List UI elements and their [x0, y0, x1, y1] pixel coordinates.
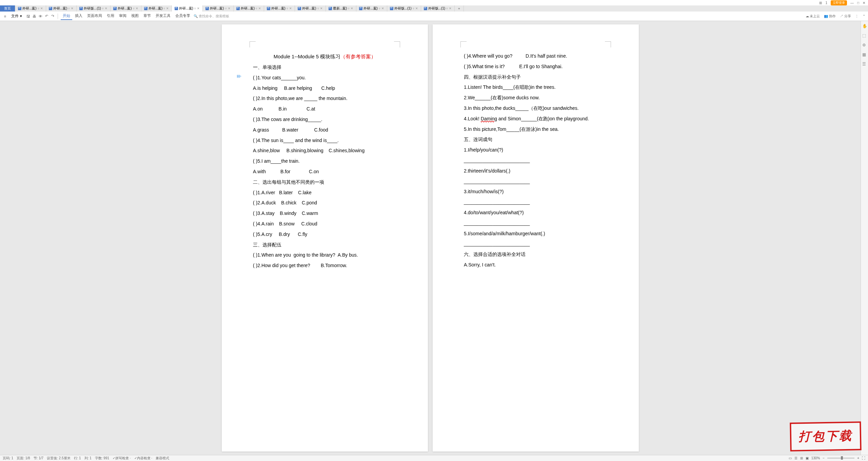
document-tab[interactable]: 外研...案)▿✕	[203, 5, 234, 12]
tab-label: 外研...案)	[53, 6, 67, 11]
tab-close-icon[interactable]: ✕	[197, 7, 200, 10]
tab-label: 外研...案)	[179, 6, 193, 11]
document-tab[interactable]: 外研版...(1)▿✕	[77, 5, 111, 12]
redo-icon[interactable]: ↷	[50, 14, 55, 19]
window-titlebar: ⊞ 1 立即登录 — □ ✕	[0, 0, 868, 5]
maximize-icon[interactable]: □	[857, 1, 859, 5]
tab-label: 外研...案)	[149, 6, 163, 11]
document-tab[interactable]: 外研...案)▿✕	[172, 5, 203, 12]
document-tab[interactable]: 外研版...(1)▿✕	[387, 5, 421, 12]
tab-label: 外研版...(1)	[428, 6, 446, 11]
menu-插入[interactable]: 插入	[73, 12, 84, 20]
collab-button[interactable]: 👥 协作	[824, 14, 836, 19]
tab-dropdown-icon[interactable]: ▿	[38, 7, 39, 10]
doc-icon	[175, 7, 178, 10]
tab-close-icon[interactable]: ✕	[258, 7, 261, 10]
close-window-icon[interactable]: ✕	[863, 1, 865, 5]
menu-审阅[interactable]: 审阅	[117, 12, 129, 20]
tab-label: 最新...案)	[333, 6, 347, 11]
preview-icon[interactable]: 👁	[38, 14, 43, 19]
tab-close-icon[interactable]: ✕	[289, 7, 292, 10]
file-menu[interactable]: 文件 ▾	[9, 13, 24, 20]
tab-close-icon[interactable]: ✕	[320, 7, 323, 10]
notification-num[interactable]: 1	[825, 1, 827, 5]
menu-页面布局[interactable]: 页面布局	[85, 12, 104, 20]
document-tabs: 首页 外研...案)▿✕外研...案)▿✕外研版...(1)▿✕外研...案)▿…	[0, 5, 868, 12]
tab-label: 外研...案)	[271, 6, 285, 11]
document-tab[interactable]: 外研...案)▿✕	[264, 5, 295, 12]
document-tab[interactable]: 外研...案)▿✕	[46, 5, 77, 12]
menu-会员专享[interactable]: 会员专享	[173, 12, 192, 20]
tab-close-icon[interactable]: ✕	[381, 7, 384, 10]
tab-label: 外研...案)	[22, 6, 37, 11]
tab-dropdown-icon[interactable]: ▿	[348, 7, 350, 10]
tab-label: 外研...案)	[210, 6, 224, 11]
minimize-icon[interactable]: —	[850, 1, 854, 5]
tab-label: 外研...案)	[302, 6, 316, 11]
cloud-status[interactable]: ☁ 未上云	[806, 14, 820, 19]
menu-章节[interactable]: 章节	[141, 12, 153, 20]
share-button[interactable]: ↗ 分享	[840, 14, 851, 19]
separator	[58, 14, 58, 19]
tab-dropdown-icon[interactable]: ▿	[413, 7, 414, 10]
print-icon[interactable]: 🖶	[32, 14, 37, 19]
tab-label: 外研...案)	[241, 6, 255, 11]
tab-close-icon[interactable]: ✕	[136, 7, 138, 10]
tab-label: 外研...案)	[118, 6, 132, 11]
tab-dropdown-icon[interactable]: ▿	[133, 7, 135, 10]
doc-icon	[267, 7, 270, 10]
doc-icon	[298, 7, 301, 10]
doc-icon	[144, 7, 147, 10]
menu-视图[interactable]: 视图	[129, 12, 141, 20]
menu-引用[interactable]: 引用	[105, 12, 116, 20]
document-tab[interactable]: 外研...案)▿✕	[295, 5, 326, 12]
document-tab[interactable]: 外研...案)▿✕	[141, 5, 172, 12]
tab-close-icon[interactable]: ✕	[228, 7, 231, 10]
tab-label: 外研版...(1)	[84, 6, 101, 11]
collapse-icon[interactable]: ⌃	[863, 14, 865, 18]
tab-dropdown-icon[interactable]: ▿	[446, 7, 448, 10]
tab-close-icon[interactable]: ✕	[166, 7, 169, 10]
tab-dropdown-icon[interactable]: ▿	[317, 7, 319, 10]
tab-dropdown-icon[interactable]: ▿	[68, 7, 70, 10]
tab-add[interactable]: +	[455, 5, 464, 12]
save-icon[interactable]: 🖫	[26, 14, 31, 19]
document-tab[interactable]: 最新...案)▿✕	[326, 5, 357, 12]
document-tab[interactable]: 外研...案)▿✕	[356, 5, 387, 12]
tab-dropdown-icon[interactable]: ▿	[287, 7, 288, 10]
tab-dropdown-icon[interactable]: ▿	[163, 7, 165, 10]
doc-icon	[359, 7, 362, 10]
tab-dropdown-icon[interactable]: ▿	[379, 7, 380, 10]
tab-dropdown-icon[interactable]: ▿	[102, 7, 104, 10]
menu-开始[interactable]: 开始	[61, 12, 72, 20]
tab-close-icon[interactable]: ✕	[105, 7, 107, 10]
tab-label: 外研...案)	[363, 6, 378, 11]
doc-icon	[424, 7, 427, 10]
tab-close-icon[interactable]: ✕	[351, 7, 353, 10]
doc-icon	[205, 7, 209, 10]
tab-close-icon[interactable]: ✕	[449, 7, 452, 10]
tab-close-icon[interactable]: ✕	[40, 7, 43, 10]
tab-dropdown-icon[interactable]: ▿	[194, 7, 196, 10]
doc-icon	[49, 7, 52, 10]
menu-icon[interactable]: ≡	[3, 14, 7, 19]
login-button[interactable]: 立即登录	[831, 0, 847, 5]
more-icon[interactable]: ⋮	[855, 14, 859, 18]
search-box[interactable]: 🔍 查找命令、搜索模板	[194, 14, 229, 19]
main-toolbar: ≡ 文件 ▾ 🖫 🖶 👁 ↶ ↷ 开始插入页面布局引用审阅视图章节开发工具会员专…	[0, 12, 868, 21]
document-tab[interactable]: 外研版...(1)▿✕	[421, 5, 455, 12]
doc-icon	[390, 7, 393, 10]
document-tab[interactable]: 外研...案)▿✕	[15, 5, 46, 12]
tab-dropdown-icon[interactable]: ▿	[256, 7, 257, 10]
doc-icon	[236, 7, 240, 10]
document-tab[interactable]: 外研...案)▿✕	[111, 5, 141, 12]
tab-dropdown-icon[interactable]: ▿	[225, 7, 227, 10]
document-tab[interactable]: 外研...案)▿✕	[234, 5, 264, 12]
tab-close-icon[interactable]: ✕	[415, 7, 418, 10]
menu-开发工具[interactable]: 开发工具	[154, 12, 173, 20]
tab-close-icon[interactable]: ✕	[71, 7, 74, 10]
doc-icon	[329, 7, 332, 10]
grid-icon[interactable]: ⊞	[819, 1, 822, 5]
undo-icon[interactable]: ↶	[44, 14, 49, 19]
tab-home[interactable]: 首页	[0, 5, 15, 12]
